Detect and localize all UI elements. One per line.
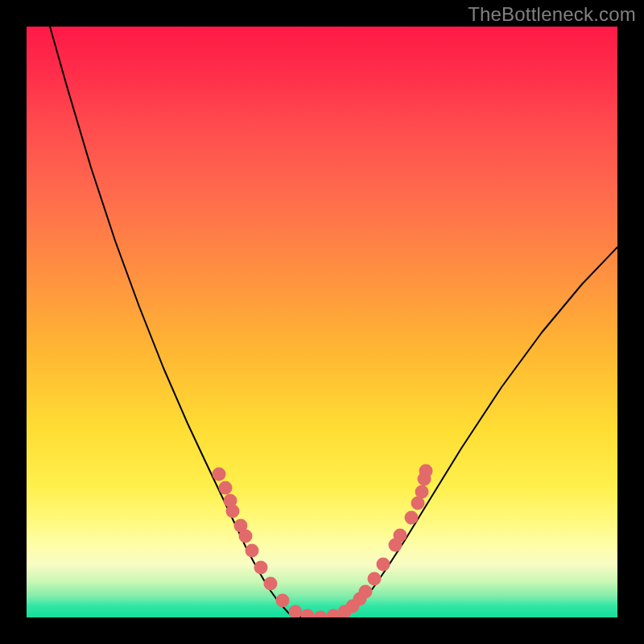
scatter-dot: [226, 505, 240, 518]
scatter-dot: [419, 464, 433, 478]
scatter-dot: [246, 544, 259, 558]
bottleneck-curve: [50, 27, 617, 617]
scatter-dot: [213, 468, 226, 481]
scatter-dot: [254, 561, 268, 575]
scatter-dot: [415, 485, 429, 499]
scatter-dot: [264, 577, 278, 591]
watermark-text: TheBottleneck.com: [468, 3, 636, 26]
scatter-dot: [394, 529, 407, 543]
scatter-dot: [314, 611, 328, 618]
scatter-dot: [219, 481, 233, 495]
plot-area: [27, 27, 617, 617]
scatter-dot: [239, 530, 253, 543]
curve-path: [50, 27, 617, 617]
scatter-dot: [359, 585, 373, 599]
scatter-dot: [301, 609, 315, 618]
scatter-dot: [289, 605, 303, 618]
chart-svg: [27, 27, 617, 617]
scatter-dot: [405, 511, 419, 525]
chart-frame: TheBottleneck.com: [0, 0, 644, 644]
scatter-dot: [276, 594, 290, 608]
scatter-dots: [213, 464, 433, 618]
scatter-dot: [377, 558, 390, 572]
scatter-dot: [368, 572, 382, 586]
